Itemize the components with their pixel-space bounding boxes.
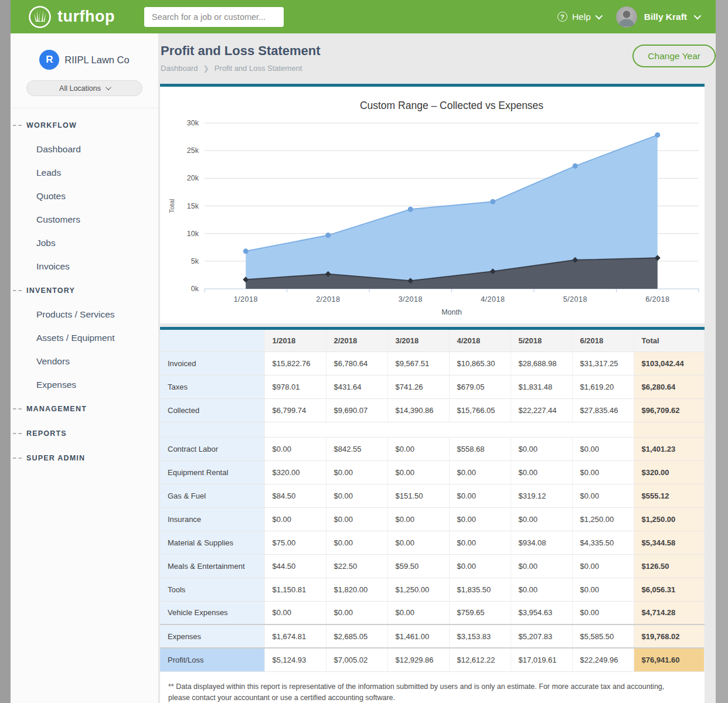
total-cell: $103,042.44: [634, 352, 705, 375]
sidebar-item-invoices[interactable]: Invoices: [11, 255, 158, 278]
report-disclaimer: ** Data displayed within this report is …: [160, 672, 688, 703]
help-question-icon: ?: [557, 12, 567, 22]
data-point-collected[interactable]: [243, 248, 249, 254]
table-row-vehicle-expenses: Vehicle Expenses$0.00$0.00$0.00$759.65$3…: [160, 601, 705, 624]
value-cell: $22,227.44: [511, 398, 572, 422]
search-input[interactable]: [144, 7, 284, 27]
total-cell: $5,344.58: [634, 531, 705, 554]
sidebar-section-reports[interactable]: REPORTS: [11, 421, 158, 446]
company-block: R RIIPL Lawn Co All Locations: [11, 33, 158, 108]
sidebar-item-expenses[interactable]: Expenses: [11, 373, 158, 397]
column-header-6-2018: 6/2018: [572, 330, 634, 352]
sidebar-section-label: MANAGEMENT: [26, 405, 87, 413]
sidebar-section-label: REPORTS: [26, 429, 67, 438]
location-selector-label: All Locations: [59, 84, 101, 93]
help-menu[interactable]: ? Help: [557, 12, 601, 22]
value-cell: $0.00: [572, 484, 634, 507]
value-cell: $1,461.00: [387, 624, 449, 648]
total-cell: $1,401.23: [634, 437, 705, 460]
value-cell: $9,690.07: [326, 398, 387, 422]
value-cell: $0.00: [326, 507, 387, 531]
column-header-4-2018: 4/2018: [449, 330, 511, 352]
value-cell: $5,124.93: [264, 648, 326, 671]
column-header-3-2018: 3/2018: [387, 330, 449, 352]
value-cell: $17,019.61: [511, 648, 572, 671]
logo-text: turfhop: [57, 8, 115, 26]
sidebar-item-leads[interactable]: Leads: [11, 161, 158, 185]
value-cell: $320.00: [264, 460, 326, 484]
sidebar-item-products-services[interactable]: Products / Services: [11, 303, 158, 326]
value-cell: $0.00: [572, 460, 634, 484]
sidebar-section-workflow[interactable]: WORKFLOW: [11, 113, 158, 138]
change-year-button[interactable]: Change Year: [632, 45, 716, 67]
data-point-collected[interactable]: [490, 199, 495, 204]
main-content: Profit and Loss Statement Dashboard ❯ Pr…: [159, 33, 716, 703]
total-cell: $555.12: [634, 484, 705, 507]
value-cell: $1,835.50: [449, 578, 511, 601]
user-menu[interactable]: Billy Kraft: [616, 6, 699, 28]
pl-table-card: 1/20182/20183/20184/20185/20186/2018Tota…: [160, 327, 705, 703]
data-point-collected[interactable]: [325, 233, 331, 238]
sidebar-section-management[interactable]: MANAGEMENT: [11, 397, 158, 421]
data-point-collected[interactable]: [655, 132, 660, 138]
value-cell: $0.00: [326, 531, 387, 554]
dashed-line-icon: [13, 458, 22, 459]
value-cell: $75.00: [264, 531, 326, 554]
table-row-insurance: Insurance$0.00$0.00$0.00$0.00$0.00$1,250…: [160, 507, 705, 531]
data-point-collected[interactable]: [573, 163, 578, 169]
value-cell: $0.00: [572, 578, 634, 601]
total-cell: $19,768.02: [634, 624, 705, 648]
data-point-collected[interactable]: [408, 207, 413, 212]
value-cell: $0.00: [326, 460, 387, 484]
row-label: Invoiced: [160, 352, 264, 375]
value-cell: $6,780.64: [326, 352, 387, 375]
location-selector[interactable]: All Locations: [26, 80, 142, 96]
y-tick-label: 20k: [187, 174, 199, 182]
sidebar-item-dashboard[interactable]: Dashboard: [11, 138, 158, 161]
window-scrollbar[interactable]: [716, 0, 728, 703]
value-cell: $0.00: [511, 460, 572, 484]
y-tick-label: 5k: [191, 257, 199, 265]
chevron-down-icon: [106, 84, 111, 90]
breadcrumb-current: Profit and Loss Statement: [215, 64, 302, 73]
sidebar-item-customers[interactable]: Customers: [11, 208, 158, 231]
sidebar-item-quotes[interactable]: Quotes: [11, 185, 158, 208]
value-cell: $12,929.86: [387, 648, 449, 671]
value-cell: $0.00: [449, 507, 511, 531]
value-cell: $59.50: [387, 554, 449, 578]
collected-vs-expenses-chart: 0k5k10k15k20k25k30kCustom Range – Collec…: [160, 87, 705, 323]
x-tick-label: 2/2018: [316, 295, 340, 303]
sidebar-section-label: WORKFLOW: [26, 121, 77, 129]
total-cell: $320.00: [634, 460, 705, 484]
value-cell: $0.00: [449, 531, 511, 554]
value-cell: $0.00: [264, 601, 326, 624]
y-tick-label: 10k: [187, 230, 199, 238]
value-cell: $22.50: [326, 554, 387, 578]
chevron-down-icon: [595, 12, 603, 20]
value-cell: $0.00: [511, 554, 572, 578]
value-cell: $6,799.74: [264, 398, 326, 422]
value-cell: $759.65: [449, 601, 511, 624]
table-row-material-supplies: Material & Supplies$75.00$0.00$0.00$0.00…: [160, 531, 705, 554]
row-label: Contract Labor: [160, 437, 264, 460]
value-cell: $3,954.63: [511, 601, 572, 624]
table-row-profit-loss: Profit/Loss$5,124.93$7,005.02$12,929.86$…: [160, 648, 705, 671]
breadcrumb-dashboard[interactable]: Dashboard: [161, 64, 198, 73]
value-cell: $10,865.30: [449, 352, 511, 375]
value-cell: $0.00: [511, 578, 572, 601]
value-cell: $0.00: [572, 437, 634, 460]
sidebar-section-inventory[interactable]: INVENTORY: [11, 278, 158, 303]
value-cell: $84.50: [264, 484, 326, 507]
turfhop-logo[interactable]: turfhop: [28, 5, 115, 29]
table-row-taxes: Taxes$978.01$431.64$741.26$679.05$1,831.…: [160, 375, 705, 398]
value-cell: $5,585.50: [572, 624, 634, 648]
profit-loss-table: 1/20182/20183/20184/20185/20186/2018Tota…: [160, 330, 705, 672]
sidebar-section-super-admin[interactable]: SUPER ADMIN: [11, 446, 158, 470]
value-cell: $558.68: [449, 437, 511, 460]
sidebar-item-vendors[interactable]: Vendors: [11, 350, 158, 373]
sidebar-item-jobs[interactable]: Jobs: [11, 231, 158, 255]
sidebar-item-assets-equipment[interactable]: Assets / Equipment: [11, 326, 158, 350]
value-cell: $1,250.00: [387, 578, 449, 601]
y-tick-label: 25k: [187, 146, 199, 155]
company-name: RIIPL Lawn Co: [64, 54, 129, 66]
